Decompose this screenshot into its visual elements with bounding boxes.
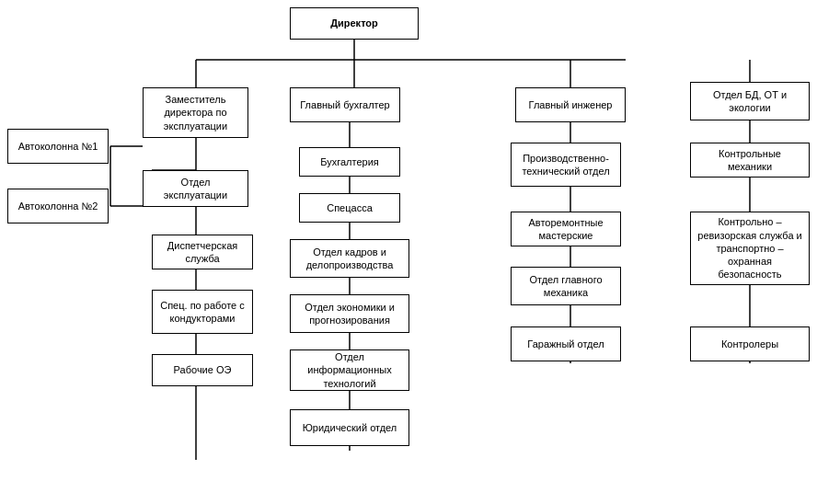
kontrol-meh-box: Контрольные механики	[690, 143, 810, 178]
otdel-gl-meh-box: Отдел главного механика	[511, 267, 621, 305]
speckassa-box: Спецасса	[299, 193, 400, 223]
buhgalteria-box: Бухгалтерия	[299, 147, 400, 177]
director-box: Директор	[290, 7, 419, 40]
gl-buhgalter-box: Главный бухгалтер	[290, 87, 400, 122]
prot-box: Производственно-технический отдел	[511, 143, 621, 187]
yurotdel-box: Юридический отдел	[290, 409, 409, 446]
org-chart: Директор Автоколонна №1 Автоколонна №2 З…	[0, 0, 840, 504]
spec-konduktora-box: Спец. по работе с кондукторами	[152, 290, 253, 334]
rabochie-oe-box: Рабочие ОЭ	[152, 354, 253, 386]
zamdir-box: Заместитель директора по эксплуатации	[143, 87, 248, 138]
gl-inzhener-box: Главный инженер	[515, 87, 626, 122]
otdel-bd-box: Отдел БД, ОТ и экологии	[690, 82, 810, 120]
kontrolery-box: Контролеры	[690, 326, 810, 361]
avtoremontnie-box: Авторемонтные мастерские	[511, 212, 621, 246]
otdel-it-box: Отдел информационных технологий	[290, 349, 409, 391]
avtokolonna1-box: Автоколонна №1	[7, 129, 109, 164]
otdel-kadrov-box: Отдел кадров и делопроизводства	[290, 239, 409, 278]
avtokolonna2-box: Автоколонна №2	[7, 189, 109, 223]
garazh-box: Гаражный отдел	[511, 326, 621, 361]
disp-sluzhba-box: Диспетчерская служба	[152, 235, 253, 269]
otdel-ekonom-box: Отдел экономики и прогнозирования	[290, 294, 409, 333]
kontrol-reviz-box: Контрольно – ревизорская служба и трансп…	[690, 212, 810, 285]
otdel-eksp-box: Отдел эксплуатации	[143, 170, 248, 207]
